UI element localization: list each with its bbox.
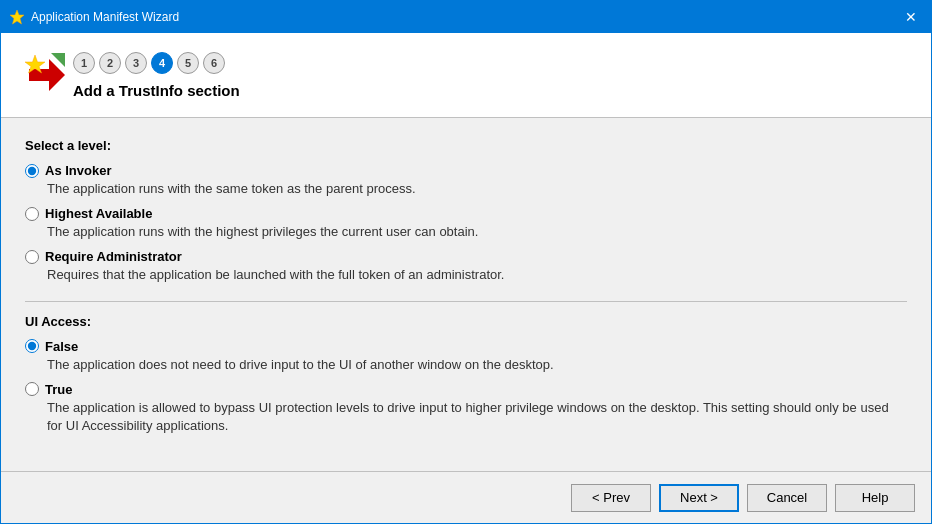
- false-text: False: [45, 339, 78, 354]
- true-item: True The application is allowed to bypas…: [25, 382, 907, 435]
- wizard-header: 1 2 3 4 5 6 Add a TrustInfo section: [1, 33, 931, 118]
- true-desc: The application is allowed to bypass UI …: [47, 399, 907, 435]
- title-bar-icon: [9, 9, 25, 25]
- next-button[interactable]: Next >: [659, 484, 739, 512]
- require-admin-desc: Requires that the application be launche…: [47, 266, 907, 284]
- prev-button[interactable]: < Prev: [571, 484, 651, 512]
- as-invoker-radio[interactable]: [25, 164, 39, 178]
- step-1: 1: [73, 52, 95, 74]
- title-bar: Application Manifest Wizard ✕: [1, 1, 931, 33]
- highest-available-desc: The application runs with the highest pr…: [47, 223, 907, 241]
- ui-access-label: UI Access:: [25, 314, 907, 329]
- wizard-logo: [21, 49, 73, 101]
- wizard-footer: < Prev Next > Cancel Help: [1, 471, 931, 523]
- step-4-active: 4: [151, 52, 173, 74]
- step-5: 5: [177, 52, 199, 74]
- highest-available-text: Highest Available: [45, 206, 152, 221]
- false-item: False The application does not need to d…: [25, 339, 907, 374]
- svg-marker-0: [10, 10, 24, 24]
- level-section-label: Select a level:: [25, 138, 907, 153]
- close-button[interactable]: ✕: [899, 5, 923, 29]
- step-6: 6: [203, 52, 225, 74]
- require-admin-text: Require Administrator: [45, 249, 182, 264]
- as-invoker-text: As Invoker: [45, 163, 111, 178]
- true-radio[interactable]: [25, 382, 39, 396]
- page-title: Add a TrustInfo section: [73, 82, 240, 99]
- false-label[interactable]: False: [25, 339, 907, 354]
- as-invoker-label[interactable]: As Invoker: [25, 163, 907, 178]
- step-indicators: 1 2 3 4 5 6: [73, 52, 240, 74]
- true-label[interactable]: True: [25, 382, 907, 397]
- wizard-window: Application Manifest Wizard ✕ 1 2 3 4 5 …: [0, 0, 932, 524]
- level-radio-group: As Invoker The application runs with the…: [25, 163, 907, 285]
- highest-available-item: Highest Available The application runs w…: [25, 206, 907, 241]
- require-admin-label[interactable]: Require Administrator: [25, 249, 907, 264]
- wizard-content: Select a level: As Invoker The applicati…: [1, 118, 931, 471]
- true-text: True: [45, 382, 72, 397]
- cancel-button[interactable]: Cancel: [747, 484, 827, 512]
- title-bar-text: Application Manifest Wizard: [31, 10, 899, 24]
- step-3: 3: [125, 52, 147, 74]
- help-button[interactable]: Help: [835, 484, 915, 512]
- require-admin-item: Require Administrator Requires that the …: [25, 249, 907, 284]
- highest-available-label[interactable]: Highest Available: [25, 206, 907, 221]
- false-radio[interactable]: [25, 339, 39, 353]
- as-invoker-item: As Invoker The application runs with the…: [25, 163, 907, 198]
- section-divider: [25, 301, 907, 302]
- step-2: 2: [99, 52, 121, 74]
- as-invoker-desc: The application runs with the same token…: [47, 180, 907, 198]
- ui-access-radio-group: False The application does not need to d…: [25, 339, 907, 436]
- header-content: 1 2 3 4 5 6 Add a TrustInfo section: [73, 52, 240, 99]
- highest-available-radio[interactable]: [25, 207, 39, 221]
- require-admin-radio[interactable]: [25, 250, 39, 264]
- false-desc: The application does not need to drive i…: [47, 356, 907, 374]
